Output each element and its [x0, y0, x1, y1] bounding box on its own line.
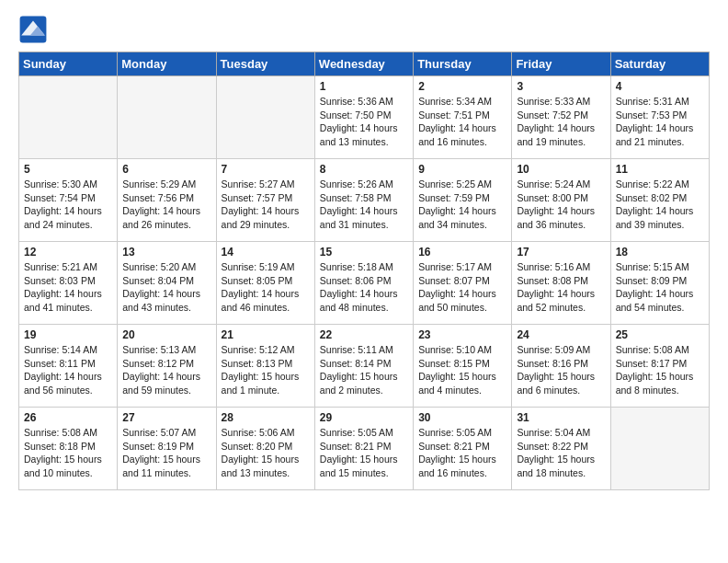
day-info: Sunrise: 5:18 AMSunset: 8:06 PMDaylight:… [320, 260, 408, 315]
day-info: Sunrise: 5:31 AMSunset: 7:53 PMDaylight:… [616, 95, 704, 149]
day-info: Sunrise: 5:24 AMSunset: 8:00 PMDaylight:… [517, 178, 605, 232]
calendar-day-cell: 10Sunrise: 5:24 AMSunset: 8:00 PMDayligh… [512, 159, 610, 242]
day-info: Sunrise: 5:33 AMSunset: 7:52 PMDaylight:… [517, 95, 605, 149]
day-info: Sunrise: 5:27 AMSunset: 7:57 PMDaylight:… [222, 178, 310, 232]
calendar-day-cell: 22Sunrise: 5:11 AMSunset: 8:14 PMDayligh… [314, 325, 413, 408]
day-number: 20 [122, 328, 210, 341]
calendar-day-cell: 27Sunrise: 5:07 AMSunset: 8:19 PMDayligh… [118, 408, 216, 490]
day-number: 15 [320, 246, 408, 259]
weekday-header: Sunday [19, 52, 118, 76]
day-number: 24 [517, 328, 605, 341]
day-info: Sunrise: 5:08 AMSunset: 8:18 PMDaylight:… [24, 426, 112, 480]
day-number: 22 [320, 328, 408, 341]
weekday-header: Friday [512, 52, 610, 76]
day-info: Sunrise: 5:05 AMSunset: 8:21 PMDaylight:… [418, 426, 506, 480]
calendar-week-row: 1Sunrise: 5:36 AMSunset: 7:50 PMDaylight… [19, 76, 710, 159]
calendar-day-cell: 18Sunrise: 5:15 AMSunset: 8:09 PMDayligh… [610, 242, 709, 325]
day-info: Sunrise: 5:21 AMSunset: 8:03 PMDaylight:… [24, 260, 112, 315]
day-number: 11 [616, 163, 704, 176]
day-info: Sunrise: 5:08 AMSunset: 8:17 PMDaylight:… [616, 343, 704, 397]
calendar-day-cell: 21Sunrise: 5:12 AMSunset: 8:13 PMDayligh… [216, 325, 314, 408]
day-number: 10 [517, 163, 605, 176]
day-info: Sunrise: 5:34 AMSunset: 7:51 PMDaylight:… [418, 95, 506, 149]
calendar-day-cell: 11Sunrise: 5:22 AMSunset: 8:02 PMDayligh… [610, 159, 709, 242]
calendar-day-cell: 16Sunrise: 5:17 AMSunset: 8:07 PMDayligh… [414, 242, 512, 325]
calendar-day-cell: 4Sunrise: 5:31 AMSunset: 7:53 PMDaylight… [610, 76, 709, 159]
day-number: 12 [24, 246, 112, 259]
calendar-day-cell: 13Sunrise: 5:20 AMSunset: 8:04 PMDayligh… [118, 242, 216, 325]
weekday-header: Tuesday [216, 52, 314, 76]
day-number: 16 [418, 246, 506, 259]
calendar-day-cell: 24Sunrise: 5:09 AMSunset: 8:16 PMDayligh… [512, 325, 610, 408]
day-number: 17 [517, 246, 605, 259]
day-number: 21 [222, 328, 310, 341]
day-info: Sunrise: 5:12 AMSunset: 8:13 PMDaylight:… [222, 343, 310, 397]
day-number: 19 [24, 328, 112, 341]
day-info: Sunrise: 5:19 AMSunset: 8:05 PMDaylight:… [222, 260, 310, 315]
calendar-day-cell: 12Sunrise: 5:21 AMSunset: 8:03 PMDayligh… [19, 242, 118, 325]
calendar-week-row: 12Sunrise: 5:21 AMSunset: 8:03 PMDayligh… [19, 242, 710, 325]
day-info: Sunrise: 5:16 AMSunset: 8:08 PMDaylight:… [517, 260, 605, 315]
calendar-day-cell: 9Sunrise: 5:25 AMSunset: 7:59 PMDaylight… [414, 159, 512, 242]
day-number: 7 [222, 163, 310, 176]
day-info: Sunrise: 5:11 AMSunset: 8:14 PMDaylight:… [320, 343, 408, 397]
day-info: Sunrise: 5:30 AMSunset: 7:54 PMDaylight:… [24, 178, 112, 232]
calendar-day-cell: 28Sunrise: 5:06 AMSunset: 8:20 PMDayligh… [216, 408, 314, 490]
calendar-day-cell [19, 76, 118, 159]
day-number: 4 [616, 80, 704, 93]
day-number: 8 [320, 163, 408, 176]
calendar-day-cell: 17Sunrise: 5:16 AMSunset: 8:08 PMDayligh… [512, 242, 610, 325]
day-info: Sunrise: 5:26 AMSunset: 7:58 PMDaylight:… [320, 178, 408, 232]
weekday-header: Wednesday [314, 52, 413, 76]
calendar-table: SundayMondayTuesdayWednesdayThursdayFrid… [18, 52, 710, 490]
day-number: 23 [418, 328, 506, 341]
calendar-day-cell: 8Sunrise: 5:26 AMSunset: 7:58 PMDaylight… [314, 159, 413, 242]
day-info: Sunrise: 5:20 AMSunset: 8:04 PMDaylight:… [122, 260, 210, 315]
page-header [18, 15, 710, 44]
day-number: 2 [418, 80, 506, 93]
calendar-week-row: 19Sunrise: 5:14 AMSunset: 8:11 PMDayligh… [19, 325, 710, 408]
calendar-day-cell [118, 76, 216, 159]
day-info: Sunrise: 5:25 AMSunset: 7:59 PMDaylight:… [418, 178, 506, 232]
calendar-day-cell: 20Sunrise: 5:13 AMSunset: 8:12 PMDayligh… [118, 325, 216, 408]
logo [18, 15, 51, 44]
day-number: 9 [418, 163, 506, 176]
day-info: Sunrise: 5:05 AMSunset: 8:21 PMDaylight:… [320, 426, 408, 480]
calendar-week-row: 26Sunrise: 5:08 AMSunset: 8:18 PMDayligh… [19, 408, 710, 490]
day-number: 30 [418, 411, 506, 424]
day-number: 14 [222, 246, 310, 259]
weekday-header: Monday [118, 52, 216, 76]
day-info: Sunrise: 5:07 AMSunset: 8:19 PMDaylight:… [122, 426, 210, 480]
calendar-header-row: SundayMondayTuesdayWednesdayThursdayFrid… [19, 52, 710, 76]
day-info: Sunrise: 5:09 AMSunset: 8:16 PMDaylight:… [517, 343, 605, 397]
calendar-day-cell: 26Sunrise: 5:08 AMSunset: 8:18 PMDayligh… [19, 408, 118, 490]
day-number: 3 [517, 80, 605, 93]
day-number: 28 [222, 411, 310, 424]
day-info: Sunrise: 5:04 AMSunset: 8:22 PMDaylight:… [517, 426, 605, 480]
day-number: 31 [517, 411, 605, 424]
weekday-header: Saturday [610, 52, 709, 76]
day-number: 5 [24, 163, 112, 176]
calendar-day-cell: 7Sunrise: 5:27 AMSunset: 7:57 PMDaylight… [216, 159, 314, 242]
calendar-day-cell: 31Sunrise: 5:04 AMSunset: 8:22 PMDayligh… [512, 408, 610, 490]
day-info: Sunrise: 5:06 AMSunset: 8:20 PMDaylight:… [222, 426, 310, 480]
day-number: 18 [616, 246, 704, 259]
calendar-day-cell: 29Sunrise: 5:05 AMSunset: 8:21 PMDayligh… [314, 408, 413, 490]
day-info: Sunrise: 5:14 AMSunset: 8:11 PMDaylight:… [24, 343, 112, 397]
calendar-day-cell: 30Sunrise: 5:05 AMSunset: 8:21 PMDayligh… [414, 408, 512, 490]
day-info: Sunrise: 5:36 AMSunset: 7:50 PMDaylight:… [320, 95, 408, 149]
calendar-day-cell: 14Sunrise: 5:19 AMSunset: 8:05 PMDayligh… [216, 242, 314, 325]
calendar-day-cell [610, 408, 709, 490]
day-number: 13 [122, 246, 210, 259]
calendar-day-cell: 15Sunrise: 5:18 AMSunset: 8:06 PMDayligh… [314, 242, 413, 325]
day-number: 25 [616, 328, 704, 341]
calendar-day-cell: 1Sunrise: 5:36 AMSunset: 7:50 PMDaylight… [314, 76, 413, 159]
day-number: 29 [320, 411, 408, 424]
calendar-week-row: 5Sunrise: 5:30 AMSunset: 7:54 PMDaylight… [19, 159, 710, 242]
day-number: 1 [320, 80, 408, 93]
calendar-day-cell: 23Sunrise: 5:10 AMSunset: 8:15 PMDayligh… [414, 325, 512, 408]
day-number: 6 [122, 163, 210, 176]
logo-icon [18, 15, 48, 44]
calendar-day-cell: 25Sunrise: 5:08 AMSunset: 8:17 PMDayligh… [610, 325, 709, 408]
calendar-day-cell: 3Sunrise: 5:33 AMSunset: 7:52 PMDaylight… [512, 76, 610, 159]
